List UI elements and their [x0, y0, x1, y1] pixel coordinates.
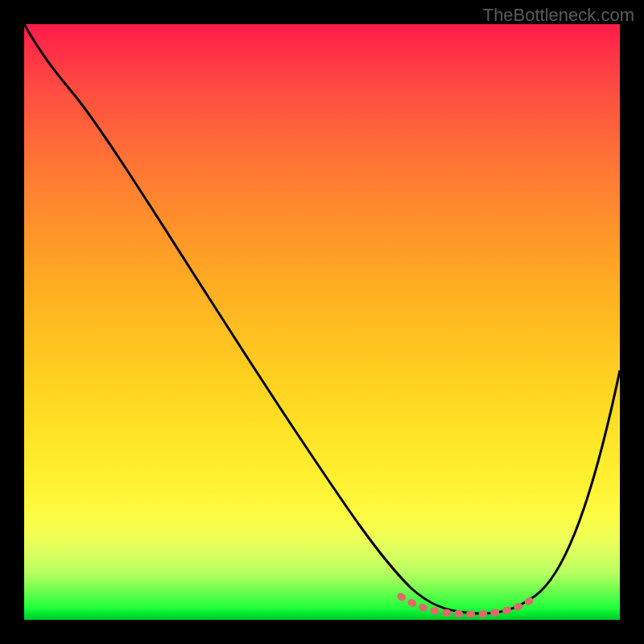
bottleneck-curve [24, 24, 620, 613]
bottleneck-curve-svg [24, 24, 620, 620]
chart-container: TheBottleneck.com [0, 0, 644, 644]
plot-background-gradient [24, 24, 620, 620]
optimal-band-dots [401, 596, 538, 614]
watermark-text: TheBottleneck.com [483, 5, 634, 26]
